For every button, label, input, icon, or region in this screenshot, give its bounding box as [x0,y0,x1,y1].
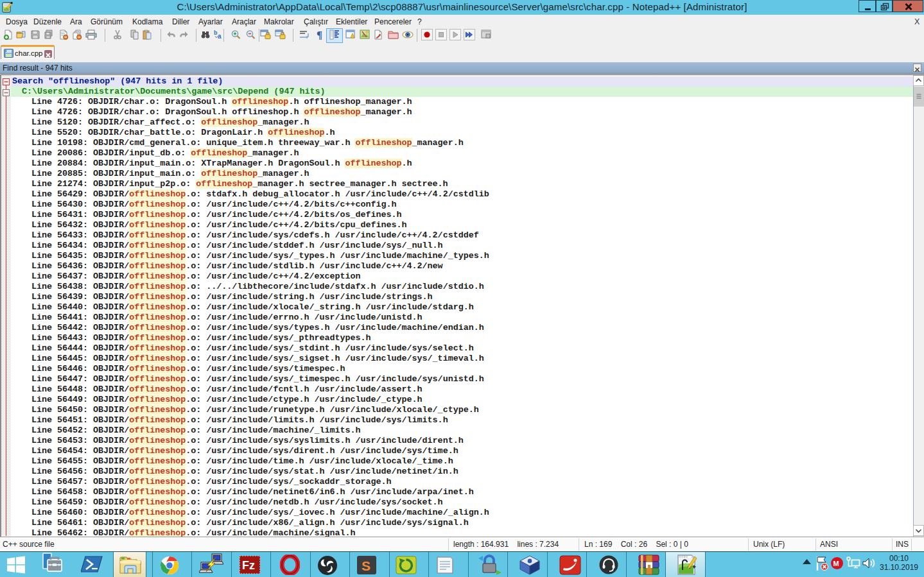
svg-text:Fz: Fz [242,559,255,572]
svg-text:S: S [362,558,370,573]
svg-text:¶: ¶ [317,30,322,40]
svg-text:a: a [218,33,222,40]
svg-text:M: M [833,560,839,567]
